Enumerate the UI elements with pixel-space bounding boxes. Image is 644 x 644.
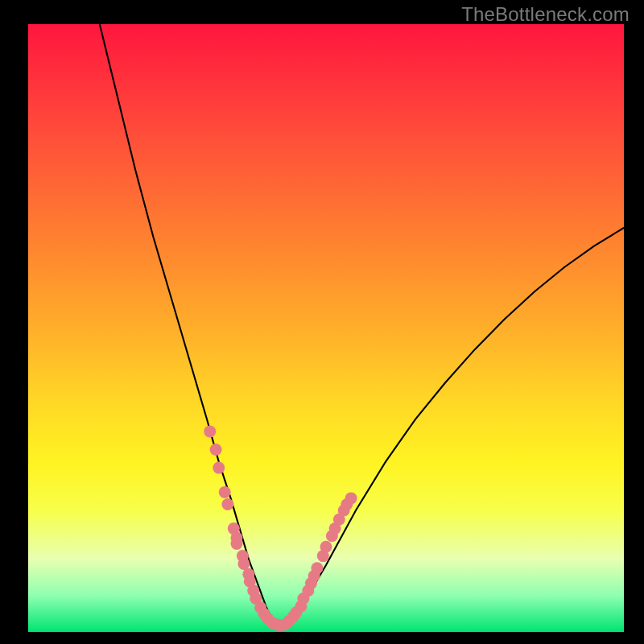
watermark-text: TheBottleneck.com: [461, 3, 630, 26]
marker-dot: [345, 492, 357, 504]
marker-dot: [320, 541, 332, 553]
marker-dot: [210, 444, 222, 456]
marker-dot: [221, 498, 233, 510]
bottleneck-curve: [100, 24, 624, 626]
marker-dot: [237, 558, 250, 570]
marker-dot: [231, 538, 243, 550]
chart-frame: TheBottleneck.com: [0, 0, 644, 644]
marker-dot: [219, 486, 231, 498]
curve-layer: [28, 24, 624, 632]
marker-dot: [311, 562, 323, 574]
plot-area: [28, 24, 624, 632]
marker-dot: [213, 462, 225, 474]
marker-group: [204, 425, 357, 631]
marker-dot: [204, 425, 216, 437]
